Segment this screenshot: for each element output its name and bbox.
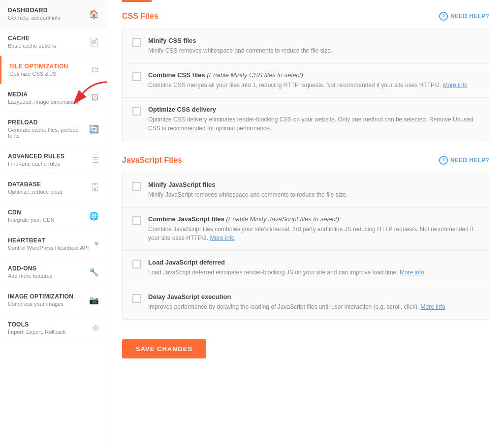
- sidebar-title-preload: PRELOAD: [8, 119, 85, 126]
- sidebar-icon-advanced-rules: ☰: [92, 155, 99, 165]
- save-changes-button[interactable]: SAVE CHANGES: [122, 339, 206, 358]
- sidebar-icon-image-optimization: 📷: [89, 296, 99, 305]
- option-row-combine-js: Combine JavaScript files (Enable Minify …: [123, 207, 489, 251]
- sidebar-title-dashboard: DASHBOARD: [8, 7, 85, 14]
- sidebar-subtitle-heartbeat: Control WordPress Heartbeat API: [8, 245, 91, 251]
- sidebar-title-database: DATABASE: [8, 181, 87, 188]
- js-need-help-label: NEED HELP?: [450, 157, 489, 164]
- sidebar-icon-media: 🖼: [91, 93, 99, 102]
- sidebar-icon-file-optimization: 🗂: [91, 65, 99, 74]
- checkbox-load-js-deferred[interactable]: [132, 260, 141, 268]
- sidebar-item-preload[interactable]: PRELOAD Generate cache files, preload fo…: [0, 112, 107, 146]
- option-title-minify-js: Minify JavaScript files: [148, 181, 479, 188]
- option-title-delay-js: Delay JavaScript execution: [148, 293, 479, 300]
- option-title-minify-css: Minify CSS files: [148, 37, 479, 44]
- sidebar-icon-cdn: 🌐: [89, 211, 99, 221]
- option-title-load-js-deferred: Load JavaScript deferred: [148, 259, 479, 266]
- option-content-delay-js: Delay JavaScript execution Improves perf…: [148, 293, 479, 311]
- option-row-minify-js: Minify JavaScript files Minify JavaScrip…: [123, 173, 489, 207]
- option-desc-combine-js: Combine JavaScript files combines your s…: [148, 225, 479, 242]
- option-desc-delay-js: Improves performance by delaying the loa…: [148, 302, 479, 311]
- sidebar-title-heartbeat: HEARTBEAT: [8, 237, 91, 244]
- link-load-js-deferred[interactable]: More info: [400, 269, 424, 276]
- checkbox-delay-js[interactable]: [132, 294, 141, 303]
- js-section: JavaScript Files ? NEED HELP? Minify Jav…: [122, 156, 489, 320]
- option-title-optimize-css-delivery: Optimize CSS delivery: [148, 106, 479, 113]
- sidebar-title-cache: CACHE: [8, 35, 85, 42]
- sidebar-icon-add-ons: 🔧: [89, 267, 99, 277]
- option-content-minify-js: Minify JavaScript files Minify JavaScrip…: [148, 181, 479, 199]
- css-need-help-label: NEED HELP?: [450, 13, 489, 20]
- sidebar-title-image-optimization: IMAGE OPTIMIZATION: [8, 293, 85, 300]
- sidebar-item-heartbeat[interactable]: HEARTBEAT Control WordPress Heartbeat AP…: [0, 230, 107, 258]
- js-section-title: JavaScript Files: [122, 156, 182, 165]
- sidebar-icon-database: 🗄: [91, 183, 99, 192]
- sidebar-item-cdn[interactable]: CDN Integrate your CDN 🌐: [0, 202, 107, 230]
- checkbox-optimize-css-delivery[interactable]: [132, 107, 141, 116]
- sidebar-item-tools[interactable]: TOOLS Import, Export, Rollback ⚙: [0, 314, 107, 342]
- option-desc-optimize-css-delivery: Optimize CSS delivery eliminates render-…: [148, 115, 479, 133]
- sidebar-icon-dashboard: 🏠: [89, 9, 99, 19]
- sidebar-item-dashboard[interactable]: DASHBOARD Get help, account info 🏠: [0, 0, 107, 28]
- sidebar-title-media: MEDIA: [8, 91, 87, 98]
- sidebar-item-cache[interactable]: CACHE Basic cache options 📄: [0, 28, 107, 56]
- checkbox-combine-js[interactable]: [132, 216, 141, 225]
- top-accent-line: [122, 0, 152, 2]
- css-need-help-button[interactable]: ? NEED HELP?: [439, 12, 489, 21]
- sidebar-item-advanced-rules[interactable]: ADVANCED RULES Fine-tune cache rules ☰: [0, 146, 107, 174]
- option-desc-load-js-deferred: Load JavaScript deferred eliminates rend…: [148, 268, 479, 277]
- option-row-combine-css: Combine CSS files (Enable Minify CSS fil…: [123, 63, 489, 98]
- sidebar-subtitle-database: Optimize, reduce bloat: [8, 189, 87, 195]
- option-content-combine-css: Combine CSS files (Enable Minify CSS fil…: [148, 71, 479, 89]
- css-section: CSS Files ? NEED HELP? Minify CSS files …: [122, 12, 489, 141]
- sidebar-item-add-ons[interactable]: ADD-ONS Add more features 🔧: [0, 258, 107, 286]
- option-content-minify-css: Minify CSS files Minify CSS removes whit…: [148, 37, 479, 55]
- sidebar-subtitle-dashboard: Get help, account info: [8, 15, 85, 21]
- option-row-minify-css: Minify CSS files Minify CSS removes whit…: [123, 29, 489, 63]
- option-content-optimize-css-delivery: Optimize CSS delivery Optimize CSS deliv…: [148, 106, 479, 133]
- css-section-title: CSS Files: [122, 12, 158, 21]
- option-desc-minify-css: Minify CSS removes whitespace and commen…: [148, 46, 479, 55]
- checkbox-minify-js[interactable]: [132, 182, 141, 191]
- link-combine-js[interactable]: More info: [210, 235, 234, 241]
- option-title-combine-css: Combine CSS files (Enable Minify CSS fil…: [148, 71, 479, 79]
- link-combine-css[interactable]: More info: [443, 82, 468, 89]
- need-help-icon: ?: [439, 12, 448, 21]
- sidebar-icon-heartbeat: ♥: [94, 239, 99, 248]
- checkbox-combine-css[interactable]: [132, 72, 141, 81]
- sidebar-item-image-optimization[interactable]: IMAGE OPTIMIZATION Compress your images …: [0, 286, 107, 314]
- option-row-optimize-css-delivery: Optimize CSS delivery Optimize CSS deliv…: [123, 98, 489, 141]
- option-content-combine-js: Combine JavaScript files (Enable Minify …: [148, 215, 479, 242]
- css-options-box: Minify CSS files Minify CSS removes whit…: [122, 29, 489, 141]
- sidebar-title-file-optimization: FILE OPTIMIZATION: [9, 63, 87, 70]
- sidebar-subtitle-advanced-rules: Fine-tune cache rules: [8, 161, 88, 167]
- sidebar-title-advanced-rules: ADVANCED RULES: [8, 153, 88, 160]
- js-need-help-icon: ?: [439, 156, 448, 165]
- sidebar-subtitle-cache: Basic cache options: [8, 43, 85, 49]
- sidebar-icon-cache: 📄: [89, 37, 99, 47]
- link-delay-js[interactable]: More info: [421, 303, 445, 310]
- option-title-combine-js: Combine JavaScript files (Enable Minify …: [148, 215, 479, 223]
- option-row-delay-js: Delay JavaScript execution Improves perf…: [123, 285, 489, 319]
- sidebar-icon-preload: 🔄: [89, 124, 99, 134]
- sidebar-title-add-ons: ADD-ONS: [8, 265, 85, 272]
- sidebar-subtitle-media: LazyLoad, image dimensions: [8, 99, 87, 105]
- sidebar-item-database[interactable]: DATABASE Optimize, reduce bloat 🗄: [0, 174, 107, 202]
- js-options-box: Minify JavaScript files Minify JavaScrip…: [122, 173, 489, 320]
- sidebar-subtitle-cdn: Integrate your CDN: [8, 217, 85, 223]
- sidebar-subtitle-add-ons: Add more features: [8, 273, 85, 279]
- checkbox-minify-css[interactable]: [132, 38, 141, 47]
- sidebar-subtitle-tools: Import, Export, Rollback: [8, 329, 88, 335]
- css-section-header: CSS Files ? NEED HELP?: [122, 12, 489, 21]
- sidebar-icon-tools: ⚙: [92, 324, 99, 333]
- js-section-header: JavaScript Files ? NEED HELP?: [122, 156, 489, 165]
- js-need-help-button[interactable]: ? NEED HELP?: [439, 156, 489, 165]
- sidebar-title-cdn: CDN: [8, 209, 85, 216]
- sidebar: DASHBOARD Get help, account info 🏠 CACHE…: [0, 0, 107, 444]
- sidebar-item-media[interactable]: MEDIA LazyLoad, image dimensions 🖼: [0, 84, 107, 112]
- sidebar-title-tools: TOOLS: [8, 321, 88, 328]
- sidebar-subtitle-image-optimization: Compress your images: [8, 301, 85, 307]
- sidebar-item-file-optimization[interactable]: FILE OPTIMIZATION Optimize CSS & JS 🗂: [0, 56, 107, 84]
- option-content-load-js-deferred: Load JavaScript deferred Load JavaScript…: [148, 259, 479, 277]
- option-desc-minify-js: Minify JavaScript removes whitespace and…: [148, 190, 479, 199]
